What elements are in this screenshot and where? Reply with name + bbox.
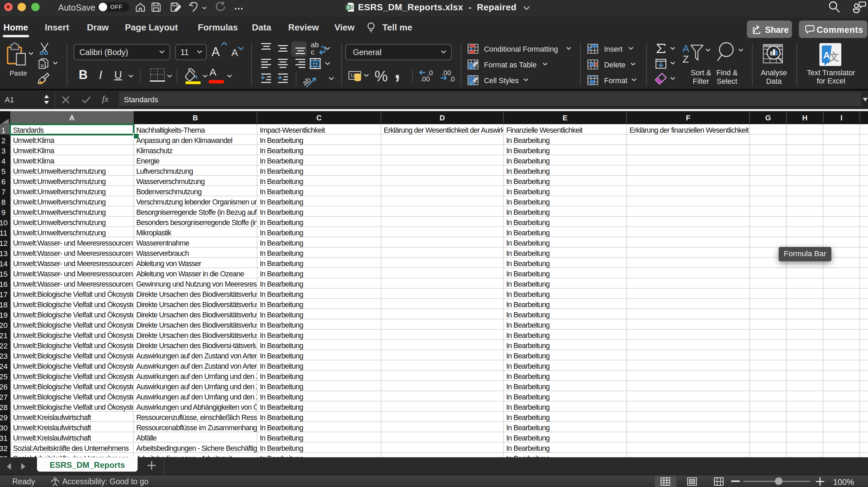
svg-text:.0: .0 [449, 75, 455, 83]
svg-text:ab: ab [311, 41, 319, 49]
svg-text:A: A [682, 43, 689, 54]
svg-text:c: c [311, 48, 315, 55]
svg-text:X: X [347, 5, 350, 10]
svg-text:文: 文 [829, 51, 839, 62]
svg-text:.00: .00 [420, 75, 430, 83]
svg-text:Z: Z [682, 53, 689, 65]
